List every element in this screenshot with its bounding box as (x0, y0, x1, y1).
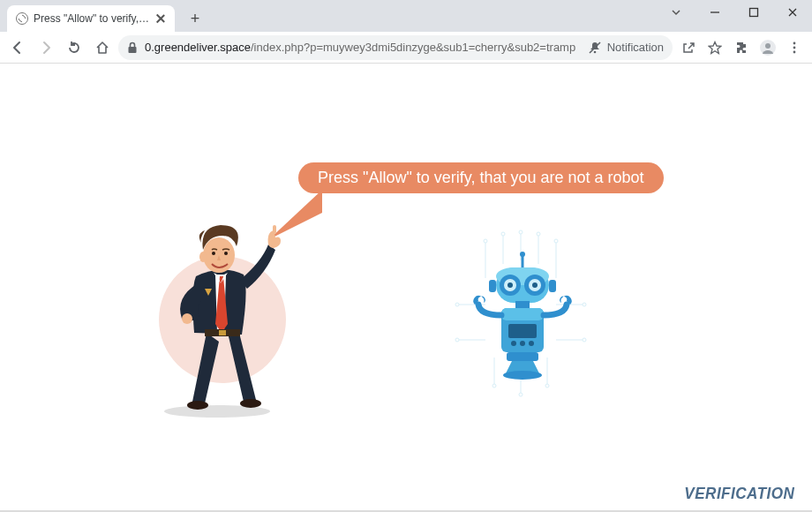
svg-point-48 (511, 341, 516, 346)
svg-point-30 (545, 384, 549, 388)
svg-rect-43 (549, 280, 556, 292)
svg-rect-46 (501, 308, 544, 320)
svg-point-52 (503, 371, 542, 380)
svg-point-8 (793, 46, 796, 49)
address-path: /index.php?p=muywey3dmi5dinzyge&sub1=che… (251, 41, 575, 54)
svg-point-33 (520, 252, 525, 257)
forward-button[interactable] (34, 35, 58, 60)
address-bar[interactable]: 0.greendeliver.space/index.php?p=muywey3… (118, 35, 673, 60)
globe-icon (16, 12, 28, 25)
maximize-button[interactable] (734, 0, 773, 25)
caret-down-icon[interactable] (657, 0, 695, 25)
svg-rect-44 (515, 301, 530, 308)
svg-point-19 (224, 252, 228, 255)
svg-rect-1 (750, 9, 758, 17)
svg-rect-13 (273, 225, 276, 234)
kebab-menu-icon[interactable] (782, 35, 807, 60)
reload-button[interactable] (62, 35, 86, 60)
browser-tab[interactable]: Press "Allow" to verify, that you a (7, 5, 175, 32)
share-icon[interactable] (676, 35, 701, 60)
svg-point-27 (455, 338, 459, 342)
speech-bubble: Press "Allow" to verify, that you are no… (298, 162, 664, 193)
window-titlebar: Press "Allow" to verify, that you a + (0, 0, 812, 32)
tab-title: Press "Allow" to verify, that you a (34, 12, 150, 25)
speech-bubble-text: Press "Allow" to verify, that you are no… (318, 169, 644, 186)
svg-point-40 (508, 282, 513, 288)
svg-point-17 (199, 252, 207, 262)
window-close-button[interactable] (773, 0, 812, 25)
svg-rect-42 (489, 280, 496, 292)
minimize-button[interactable] (695, 0, 734, 25)
svg-rect-15 (219, 330, 226, 335)
notification-label: Notification (607, 41, 664, 54)
svg-point-26 (583, 303, 586, 306)
svg-point-28 (583, 338, 586, 342)
address-text: 0.greendeliver.space/index.php?p=muywey3… (145, 41, 575, 54)
browser-toolbar: 0.greendeliver.space/index.php?p=muywey3… (0, 32, 812, 64)
svg-point-23 (484, 239, 487, 243)
back-button[interactable] (5, 35, 30, 60)
tab-close-icon[interactable] (155, 13, 166, 24)
toolbar-right (676, 35, 807, 60)
profile-avatar-icon[interactable] (756, 35, 780, 60)
new-tab-button[interactable]: + (184, 7, 207, 30)
svg-point-12 (182, 313, 192, 324)
svg-point-7 (793, 41, 796, 44)
svg-point-21 (501, 232, 505, 236)
svg-point-3 (593, 50, 596, 53)
notification-muted-icon[interactable] (588, 41, 602, 55)
home-button[interactable] (90, 35, 115, 60)
window-controls (657, 0, 812, 25)
svg-point-10 (187, 401, 208, 410)
svg-point-29 (492, 384, 496, 388)
svg-point-11 (240, 399, 261, 408)
robot-illustration (450, 225, 591, 402)
svg-point-50 (529, 341, 534, 346)
extensions-icon[interactable] (729, 35, 754, 60)
svg-rect-47 (508, 324, 537, 338)
svg-point-24 (554, 239, 558, 243)
lock-icon (127, 41, 138, 54)
svg-point-22 (537, 232, 540, 236)
svg-point-18 (212, 252, 215, 255)
svg-point-49 (520, 341, 525, 346)
svg-point-9 (793, 50, 796, 53)
verification-footer-text: VERIFICATION (685, 485, 795, 503)
svg-point-31 (519, 393, 523, 396)
svg-rect-51 (507, 352, 538, 361)
address-domain: 0.greendeliver.space (145, 41, 251, 54)
businessman-illustration (155, 200, 297, 412)
bookmark-star-icon[interactable] (703, 35, 727, 60)
svg-rect-2 (129, 47, 137, 53)
svg-point-41 (532, 282, 538, 288)
svg-point-25 (455, 303, 459, 306)
svg-point-6 (765, 43, 771, 49)
svg-point-20 (519, 230, 523, 234)
page-content: Press "Allow" to verify, that you are no… (0, 64, 812, 512)
